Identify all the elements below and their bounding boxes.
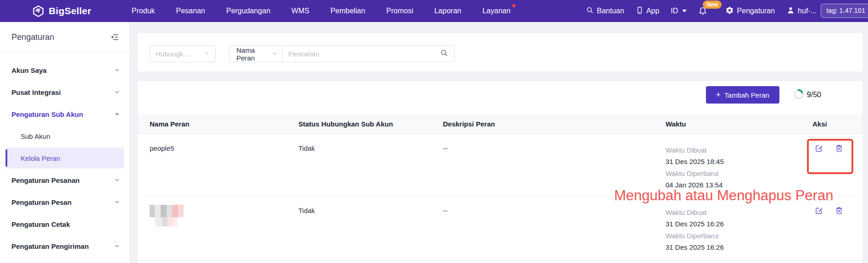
col-status: Status Hubungkan Sub Akun xyxy=(298,120,443,128)
menu-layanan[interactable]: Layanan xyxy=(472,0,521,22)
sidebar-item-pengaturan-pengiriman[interactable]: Pengaturan Pengiriman xyxy=(0,235,129,257)
chevron-down-icon xyxy=(682,10,687,12)
redacted-block xyxy=(155,217,178,226)
role-status: Tidak xyxy=(298,196,443,262)
roles-table: Nama Peran Status Hubungkan Sub Akun Des… xyxy=(138,115,862,263)
created-value: 31 Des 2025 18:45 xyxy=(666,156,812,168)
language-label: ID xyxy=(671,7,678,15)
add-role-button[interactable]: + Tambah Peran xyxy=(706,86,779,104)
col-aksi: Aksi xyxy=(812,120,862,128)
menu-promosi[interactable]: Promosi xyxy=(376,0,424,22)
edit-role-icon[interactable] xyxy=(814,206,824,215)
table-header: Nama Peran Status Hubungkan Sub Akun Des… xyxy=(138,115,862,134)
top-navbar: BigSeller Produk Pesanan Pergudangan WMS… xyxy=(0,0,868,22)
delete-role-icon[interactable] xyxy=(834,143,844,153)
role-name: people5 xyxy=(150,134,298,199)
search-field-dropdown[interactable]: Nama Peran xyxy=(230,46,283,62)
role-actions xyxy=(812,134,862,199)
language-selector[interactable]: ID xyxy=(671,7,687,15)
help-button[interactable]: Bantuan xyxy=(586,6,624,16)
col-nama-peran: Nama Peran xyxy=(150,120,298,128)
connect-status-placeholder: Hubungk... xyxy=(156,50,189,58)
menu-pergudangan[interactable]: Pergudangan xyxy=(216,0,281,22)
menu-pesanan[interactable]: Pesanan xyxy=(166,0,216,22)
app-button[interactable]: App xyxy=(636,6,659,16)
notifications-button[interactable]: New xyxy=(698,5,707,17)
chevron-up-icon xyxy=(114,111,120,117)
sidebar-item-pengaturan-pesan[interactable]: Pengaturan Pesan xyxy=(0,191,129,213)
sidebar-item-pengaturan-sub-akun[interactable]: Pengaturan Sub Akun xyxy=(0,103,129,125)
table-row: Tidak -- Waktu Dibuat 31 Des 2025 16:26 … xyxy=(138,196,862,261)
user-account-button[interactable]: huf-... xyxy=(786,6,817,16)
search-field-value: Nama Peran xyxy=(236,46,272,62)
chevron-down-icon xyxy=(114,199,120,205)
sidebar-item-pusat-integrasi[interactable]: Pusat Integrasi xyxy=(0,81,129,103)
chevron-down-icon xyxy=(114,243,120,249)
edit-role-icon[interactable] xyxy=(814,143,824,153)
search-icon[interactable] xyxy=(440,49,448,59)
quota-text: 9/50 xyxy=(807,91,821,99)
created-value: 31 Des 2025 16:26 xyxy=(666,218,812,230)
menu-laporan[interactable]: Laporan xyxy=(424,0,472,22)
settings-button[interactable]: Pengaturan xyxy=(725,6,775,16)
sidebar-item-label: Akun Saya xyxy=(11,66,47,74)
search-icon xyxy=(586,6,594,16)
role-status: Tidak xyxy=(298,134,443,199)
sidebar-item-label: Kelola Peran xyxy=(21,154,60,162)
new-badge: New xyxy=(703,0,722,9)
notification-dot xyxy=(512,4,515,7)
sidebar-item-pengaturan-cetak[interactable]: Pengaturan Cetak xyxy=(0,213,129,235)
sidebar-title: Pengaturan xyxy=(11,33,54,42)
menu-wms[interactable]: WMS xyxy=(281,0,320,22)
navbar-right-group: Bantuan App ID New Pengaturan huf-... xyxy=(586,0,817,22)
settings-label: Pengaturan xyxy=(737,7,775,15)
gear-icon xyxy=(725,6,734,16)
brand-name: BigSeller xyxy=(49,5,91,16)
menu-produk[interactable]: Produk xyxy=(121,0,166,22)
sidebar-menu: Akun Saya Pusat Integrasi Pengaturan Sub… xyxy=(0,53,129,257)
menu-pembelian[interactable]: Pembelian xyxy=(320,0,376,22)
delete-role-icon[interactable] xyxy=(834,206,844,215)
sidebar-item-pengaturan-pesanan[interactable]: Pengaturan Pesanan xyxy=(0,169,129,191)
username-label: huf-... xyxy=(798,7,817,15)
main-content: Hubungk... Nama Peran + Tambah Peran xyxy=(130,22,868,263)
search-input[interactable] xyxy=(288,50,440,58)
sidebar-item-label: Pengaturan Pesanan xyxy=(11,176,79,184)
sidebar-item-label: Pengaturan Sub Akun xyxy=(11,110,83,118)
role-actions xyxy=(812,196,862,262)
roles-panel: + Tambah Peran 9/50 Nama Peran Status Hu… xyxy=(138,81,862,263)
plus-icon: + xyxy=(716,90,721,100)
filter-bar: Hubungk... Nama Peran xyxy=(138,33,862,71)
chevron-down-icon xyxy=(114,177,120,183)
add-role-label: Tambah Peran xyxy=(724,91,769,99)
role-quota: 9/50 xyxy=(793,89,821,101)
role-times: Waktu Dibuat 31 Des 2025 16:26 Waktu Dip… xyxy=(666,196,812,262)
sidebar-item-kelola-peran[interactable]: Kelola Peran xyxy=(6,148,124,169)
role-description: -- xyxy=(443,134,666,199)
chevron-down-icon xyxy=(272,50,278,58)
roles-toolbar: + Tambah Peran 9/50 xyxy=(706,86,821,104)
collapse-sidebar-icon[interactable] xyxy=(110,33,119,42)
sidebar-item-akun-saya[interactable]: Akun Saya xyxy=(0,59,129,81)
updated-label: Waktu Diperbarui xyxy=(666,168,812,179)
updated-value: 31 Des 2025 16:26 xyxy=(666,241,812,253)
search-input-group: Nama Peran xyxy=(230,45,454,62)
app-window: BigSeller Produk Pesanan Pergudangan WMS… xyxy=(0,0,868,263)
connect-status-dropdown[interactable]: Hubungk... xyxy=(150,45,216,62)
col-deskripsi: Deskripsi Peran xyxy=(443,120,666,128)
created-label: Waktu Dibuat xyxy=(666,144,812,156)
chevron-down-icon xyxy=(114,67,120,73)
role-times: Waktu Dibuat 31 Des 2025 18:45 Waktu Dip… xyxy=(666,134,812,199)
sidebar-item-label: Sub Akun xyxy=(21,132,50,140)
version-tag-badge: tag: 1.47.101 xyxy=(821,4,868,18)
sidebar-header: Pengaturan xyxy=(0,22,129,53)
user-icon xyxy=(786,6,795,16)
quota-donut-icon xyxy=(793,89,804,101)
sidebar-item-label: Pengaturan Cetak xyxy=(11,220,70,228)
menu-layanan-label: Layanan xyxy=(482,7,510,15)
bigseller-logo[interactable]: BigSeller xyxy=(32,5,91,17)
sidebar-item-label: Pengaturan Pesan xyxy=(11,198,72,206)
chevron-down-icon xyxy=(114,89,120,95)
sidebar-item-sub-akun[interactable]: Sub Akun xyxy=(0,125,129,147)
bigseller-hexagon-icon xyxy=(32,5,45,17)
